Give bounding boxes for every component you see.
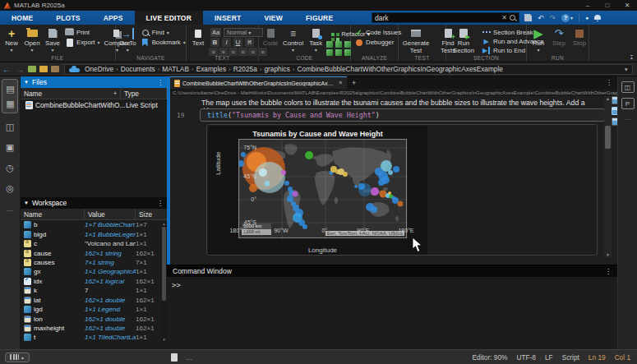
column-name[interactable]: Name <box>21 209 85 219</box>
undo-icon[interactable]: ↶ <box>538 14 544 22</box>
up-folder-icon[interactable] <box>39 66 48 72</box>
ribbon-tab-insert[interactable]: INSERT <box>203 11 252 25</box>
ribbon-tab-apps[interactable]: APPS <box>92 11 135 25</box>
breadcrumb-item[interactable]: Documents <box>119 65 157 73</box>
column-value[interactable]: Value <box>85 209 136 219</box>
scroll-down-icon[interactable]: ▾ <box>161 337 167 342</box>
collapse-ribbon-icon[interactable]: ▴ <box>630 55 633 59</box>
save-button[interactable]: Save▾ <box>43 26 62 54</box>
run-button[interactable]: Run▾ <box>529 26 548 54</box>
underline-button[interactable]: U <box>233 38 242 47</box>
geographic-axes[interactable]: 5000 km 5000 mi Esri, TomTom, FAO, NOAA,… <box>238 139 407 238</box>
paragraph-style-dropdown[interactable]: Normal▾ <box>224 28 263 37</box>
figure-canvas[interactable]: Tsunamis by Cause and Wave Height Latitu… <box>208 126 427 255</box>
print-button[interactable]: Print <box>63 28 102 37</box>
history-clock-icon[interactable]: ◷ <box>2 160 18 175</box>
files-panel-menu-icon[interactable]: ⋮ <box>157 79 164 86</box>
ribbon-tab-figure[interactable]: FIGURE <box>294 11 344 25</box>
more-tools-icon[interactable]: … <box>618 114 637 122</box>
export-button[interactable]: Export▾ <box>63 38 102 47</box>
ribbon-tab-home[interactable]: HOME <box>0 11 44 25</box>
stop-button[interactable]: Stop <box>570 26 589 54</box>
breadcrumb-item[interactable]: R2025a <box>232 65 259 73</box>
scroll-down-icon[interactable]: ▼ <box>604 252 612 257</box>
code-issues-button[interactable]: Code Issues <box>353 28 403 37</box>
statusbar-more-icon[interactable]: … <box>186 353 192 362</box>
refactor-action-icon[interactable] <box>344 41 351 48</box>
maximize-button[interactable]: □ <box>598 0 617 11</box>
text-style-icon[interactable]: Aa <box>210 28 221 37</box>
scrollbar-thumb[interactable] <box>605 126 611 149</box>
file-row[interactable]: CombineBubbleChartWithO...Live Script <box>21 99 167 110</box>
ribbon-tab-view[interactable]: VIEW <box>252 11 294 25</box>
monospace-button[interactable]: M <box>245 38 254 47</box>
virtual-keyboard-button[interactable]: ▲ <box>5 352 30 362</box>
text-button[interactable]: Text <box>188 26 208 54</box>
workspace-scrollbar[interactable]: ▴ ▾ <box>161 220 167 343</box>
close-button[interactable]: ✕ <box>617 0 637 11</box>
workspace-variable-row[interactable]: lat162×1 double162×1 <box>21 296 167 305</box>
task-button[interactable]: Task▾ <box>306 26 325 54</box>
scroll-up-icon[interactable]: ▴ <box>161 221 167 226</box>
find-button[interactable]: Find▾ <box>139 28 187 37</box>
files-panel-icon[interactable]: ▤ <box>2 81 18 96</box>
new-tab-button[interactable]: + <box>347 76 361 89</box>
more-panels-icon[interactable]: … <box>2 201 18 216</box>
breadcrumb-caret-icon[interactable]: ▼ <box>621 67 632 72</box>
minimize-button[interactable]: – <box>578 0 598 11</box>
open-button[interactable]: Open▾ <box>22 26 42 54</box>
bookmark-button[interactable]: Bookmark▾ <box>139 38 187 47</box>
control-button[interactable]: Control▾ <box>281 26 305 54</box>
documentation-search[interactable]: ✕ <box>372 12 519 23</box>
collapse-caret-icon[interactable]: ▼ <box>24 80 29 85</box>
browse-folder-icon[interactable] <box>51 66 59 72</box>
editor-scrollbar[interactable]: ▲ ▼ <box>604 96 612 257</box>
run-section-button[interactable]: Run Section <box>448 26 479 54</box>
code-button[interactable]: Code <box>261 26 280 54</box>
workspace-variable-row[interactable]: gx1×1 GeographicA...1×1 <box>21 267 167 276</box>
breadcrumb-item[interactable]: CombineBubbleChartWithOtherGraphicsInGeo… <box>296 65 505 73</box>
code-line[interactable]: title("Tsunamis by Cause and Wave Height… <box>200 108 606 122</box>
debugger-button[interactable]: Debugger <box>353 38 403 47</box>
back-arrow-icon[interactable]: ← <box>0 65 13 74</box>
workspace-variable-row[interactable]: t1×1 TiledChartLay...1×1 <box>21 333 167 342</box>
workspace-panel-icon[interactable]: ▦ <box>2 96 18 111</box>
command-prompt[interactable]: >> <box>167 277 617 289</box>
scrollbar-thumb[interactable] <box>162 227 166 301</box>
step-button[interactable]: Step <box>549 26 569 54</box>
refactor-action-icon[interactable] <box>335 41 342 48</box>
workspace-variable-row[interactable]: b1×7 BubbleChart1×7 <box>21 220 167 229</box>
command-window-menu-icon[interactable]: ⋮ <box>605 268 612 275</box>
document-status-icon[interactable] <box>171 353 178 362</box>
italic-button[interactable]: I <box>222 38 231 47</box>
workspace-variable-row[interactable]: lon162×1 double162×1 <box>21 314 167 323</box>
clear-search-icon[interactable]: ✕ <box>500 14 509 21</box>
profiler-icon[interactable]: P <box>621 98 635 109</box>
workspace-panel-menu-icon[interactable]: ⋮ <box>157 200 164 207</box>
forward-arrow-icon[interactable]: → <box>13 65 26 74</box>
collapse-caret-icon[interactable]: ▼ <box>24 200 29 205</box>
column-name[interactable]: Name+ <box>21 88 121 99</box>
workspace-variable-row[interactable]: c"Volcano and Lan...1×1 <box>21 239 167 248</box>
ribbon-tab-live-editor[interactable]: LIVE EDITOR <box>135 11 203 25</box>
workspace-variable-row[interactable]: cause162×1 string162×1 <box>21 248 167 257</box>
new-button[interactable]: New▾ <box>2 26 21 54</box>
workspace-variable-row[interactable]: blgd1×1 BubbleLegend1×1 <box>21 229 167 238</box>
figure-output-frame[interactable]: Tsunamis by Cause and Wave Height Latitu… <box>206 124 598 256</box>
close-tab-icon[interactable]: ✕ <box>339 80 343 86</box>
breadcrumb[interactable]: OneDrive›Documents›MATLAB›Examples›R2025… <box>64 64 633 75</box>
search-input[interactable] <box>372 14 500 22</box>
command-window-header[interactable]: Command Window ⋮ <box>167 265 617 277</box>
breadcrumb-item[interactable]: Examples <box>195 65 228 73</box>
column-size[interactable]: Size <box>136 209 167 219</box>
help-caret-icon[interactable]: ▾ <box>570 15 573 21</box>
archive-box-icon[interactable]: ◫ <box>2 119 18 134</box>
status-dot-icon[interactable]: ● <box>585 15 589 21</box>
editor-tab-menu-icon[interactable]: ⋮ <box>601 76 617 89</box>
breadcrumb-item[interactable]: graphics <box>262 65 291 73</box>
breadcrumb-item[interactable]: OneDrive <box>83 65 115 73</box>
quick-save-icon[interactable] <box>524 14 532 21</box>
workspace-variable-row[interactable]: maxheight162×1 double162×1 <box>21 324 167 333</box>
bold-button[interactable]: B <box>210 38 219 47</box>
breadcrumb-item[interactable]: MATLAB <box>160 65 191 73</box>
